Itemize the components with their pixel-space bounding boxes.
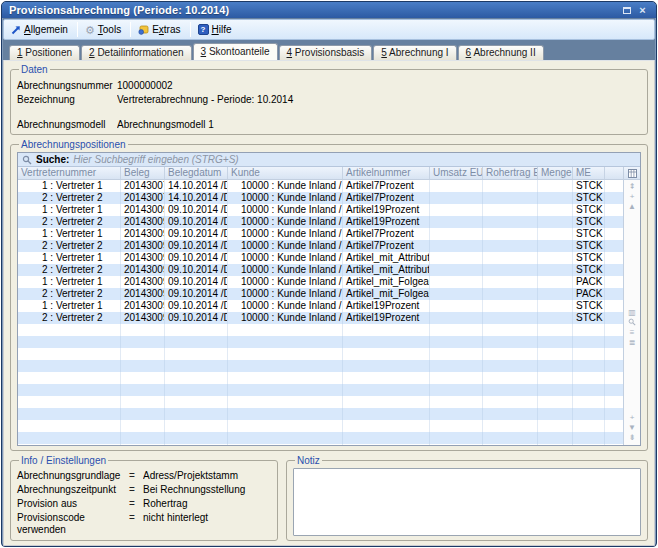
- menu-tools[interactable]: ⚙ Tools: [81, 23, 127, 36]
- cell-vertreternummer: 1 : Vertreter 1: [18, 276, 121, 288]
- column-header-umsatz[interactable]: Umsatz EUR: [430, 167, 483, 179]
- pin-columns-icon[interactable]: ▥: [624, 308, 640, 318]
- cell-umsatz: [430, 228, 483, 240]
- cell-rohertrag: [483, 228, 538, 240]
- cell-me: STCK: [573, 216, 605, 228]
- table-row[interactable]: 1 : Vertreter 12014300909.10.2014 /Do100…: [18, 300, 623, 312]
- column-header-vertreternummer[interactable]: Vertreternummer: [18, 167, 121, 179]
- menu-allgemein[interactable]: Allgemein: [7, 23, 74, 36]
- menu-hilfe[interactable]: ? Hilfe: [194, 23, 238, 36]
- table-row[interactable]: 2 : Vertreter 22014300909.10.2014 /Do100…: [18, 240, 623, 252]
- abrechnungspositionen-groupbox: Abrechnungspositionen Suche: Vertreternu…: [10, 139, 648, 451]
- cell-kunde: 10000 : Kunde Inland / Inlandsort: [228, 216, 343, 228]
- cell-belegdatum: [165, 324, 228, 336]
- cell-belegdatum: 14.10.2014 /Di: [165, 192, 228, 204]
- cell-me: STCK: [573, 264, 605, 276]
- menu-extras[interactable]: Extras: [134, 23, 186, 36]
- cell-umsatz: [430, 204, 483, 216]
- cell-menge: [538, 240, 573, 252]
- cell-menge: [538, 180, 573, 192]
- cell-menge: [538, 432, 573, 444]
- list-view-icon[interactable]: ≡: [624, 328, 640, 338]
- tab-6[interactable]: 6 Abrechnung II: [458, 45, 544, 60]
- tab-2[interactable]: 2 Detailinformationen: [81, 45, 192, 60]
- table-row[interactable]: 1 : Vertreter 12014300714.10.2014 /Di100…: [18, 180, 623, 192]
- arrow-ne-icon: [11, 25, 21, 35]
- cell-rohertrag: [483, 216, 538, 228]
- cell-me: [573, 396, 605, 408]
- column-header-menge[interactable]: Menge: [538, 167, 573, 179]
- cell-kunde: [228, 360, 343, 372]
- restore-window-button[interactable]: [620, 4, 633, 16]
- scroll-down-icon[interactable]: ▼: [624, 423, 640, 433]
- notiz-textarea[interactable]: [293, 468, 641, 536]
- table-row-empty: [18, 324, 623, 336]
- table-row[interactable]: 1 : Vertreter 12014300909.10.2014 /Do100…: [18, 204, 623, 216]
- cell-kunde: 10000 : Kunde Inland / Inlandsort: [228, 240, 343, 252]
- notiz-legend: Notiz: [295, 455, 322, 466]
- add-row-bottom-icon[interactable]: +: [624, 413, 640, 423]
- scroll-up-icon[interactable]: ▲: [624, 202, 640, 212]
- cell-belegdatum: 09.10.2014 /Do: [165, 216, 228, 228]
- tab-4[interactable]: 4 Provisionsbasis: [279, 45, 373, 60]
- scroll-first-icon[interactable]: ⇞: [624, 182, 640, 192]
- column-header-beleg[interactable]: Beleg: [121, 167, 165, 179]
- scroll-last-icon[interactable]: ⇟: [624, 433, 640, 443]
- cell-belegdatum: [165, 396, 228, 408]
- table-row[interactable]: 2 : Vertreter 22014300909.10.2014 /Do100…: [18, 264, 623, 276]
- info-fields: Abrechnungsgrundlage=Adress/Projektstamm…: [17, 470, 271, 536]
- column-chooser-button[interactable]: [624, 167, 640, 180]
- table-row-empty: [18, 396, 623, 408]
- cell-belegdatum: [165, 348, 228, 360]
- restore-icon: [623, 7, 631, 14]
- add-row-icon[interactable]: +: [624, 192, 640, 202]
- cell-rohertrag: [483, 432, 538, 444]
- cell-kunde: [228, 336, 343, 348]
- info-legend: Info / Einstellungen: [19, 455, 108, 466]
- info-field-label: Provision aus: [17, 498, 129, 510]
- cell-rohertrag: [483, 300, 538, 312]
- tab-3[interactable]: 3 Skontoanteile: [193, 43, 278, 60]
- tab-5[interactable]: 5 Abrechnung I: [373, 45, 456, 60]
- table-row[interactable]: 2 : Vertreter 22014300909.10.2014 /Do100…: [18, 288, 623, 300]
- gear-icon: ⚙: [85, 25, 95, 35]
- grid-main: VertreternummerBelegBelegdatumKundeArtik…: [18, 167, 640, 445]
- cell-vertreternummer: 1 : Vertreter 1: [18, 228, 121, 240]
- toolbar-separator: [77, 22, 78, 37]
- column-header-spacer[interactable]: [605, 167, 623, 179]
- cell-belegdatum: [165, 384, 228, 396]
- cell-me: [573, 384, 605, 396]
- table-body: 1 : Vertreter 12014300714.10.2014 /Di100…: [18, 180, 623, 445]
- table-row[interactable]: 2 : Vertreter 22014300714.10.2014 /Di100…: [18, 192, 623, 204]
- toolbar: Allgemein ⚙ Tools Extras ? Hilfe: [3, 19, 655, 40]
- cell-artikelnummer: [343, 336, 430, 348]
- cell-beleg: 20143009: [121, 300, 165, 312]
- cell-umsatz: [430, 420, 483, 432]
- cell-me: PACK: [573, 288, 605, 300]
- content-panel: Daten Abrechnungsnummer 1000000002 Bezei…: [3, 60, 655, 546]
- table-row[interactable]: 1 : Vertreter 12014300909.10.2014 /Do100…: [18, 228, 623, 240]
- table-row[interactable]: 1 : Vertreter 12014300909.10.2014 /Do100…: [18, 252, 623, 264]
- cell-kunde: 10000 : Kunde Inland / Inlandsort: [228, 228, 343, 240]
- cell-me: STCK: [573, 204, 605, 216]
- table-row[interactable]: 2 : Vertreter 22014300909.10.2014 /Do100…: [18, 312, 623, 324]
- grid-search-bar: Suche:: [18, 153, 640, 167]
- column-header-belegdatum[interactable]: Belegdatum: [165, 167, 228, 179]
- cell-umsatz: [430, 288, 483, 300]
- column-header-me[interactable]: ME: [573, 167, 605, 179]
- table-row[interactable]: 1 : Vertreter 12014300909.10.2014 /Do100…: [18, 276, 623, 288]
- search-input[interactable]: [73, 154, 636, 166]
- close-window-button[interactable]: ×: [636, 4, 649, 16]
- table-row[interactable]: 2 : Vertreter 22014300909.10.2014 /Do100…: [18, 216, 623, 228]
- field-value: Vertreterabrechnung - Periode: 10.2014: [117, 94, 641, 105]
- cell-menge: [538, 396, 573, 408]
- tab-1[interactable]: 1 Positionen: [9, 45, 80, 60]
- filter-icon[interactable]: ≣: [624, 338, 640, 348]
- column-header-rohertrag[interactable]: Rohertrag EUR: [483, 167, 538, 179]
- cell-artikelnummer: Artikel7Prozent: [343, 192, 430, 204]
- cell-rohertrag: [483, 180, 538, 192]
- column-header-artikelnummer[interactable]: Artikelnummer: [343, 167, 430, 179]
- search-rows-icon[interactable]: [624, 318, 640, 328]
- column-header-kunde[interactable]: Kunde: [228, 167, 343, 179]
- magnifier-icon: [628, 318, 636, 326]
